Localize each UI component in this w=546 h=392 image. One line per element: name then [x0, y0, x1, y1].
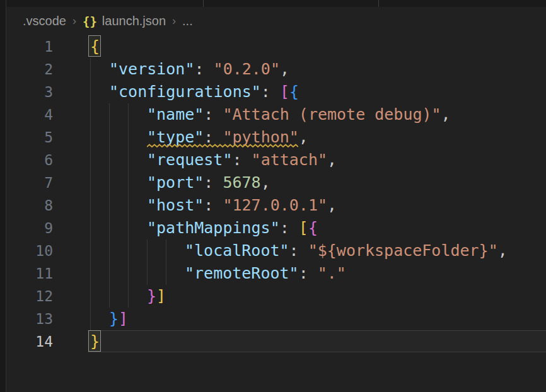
warning-squiggle — [147, 144, 298, 148]
line-number[interactable]: 9 — [6, 217, 53, 239]
code-token: "127.0.0.1" — [223, 196, 327, 214]
line-number[interactable]: 5 — [6, 126, 53, 149]
indent-guide — [109, 262, 110, 285]
code-token: [ — [299, 219, 308, 237]
code-token: "port" — [147, 173, 204, 192]
line-content[interactable]: "port": 5678, — [147, 171, 270, 194]
breadcrumb-item-symbol[interactable]: ... — [182, 14, 193, 28]
code-token: : — [299, 264, 318, 282]
code-line[interactable]: 10"localRoot": "${workspaceFolder}", — [6, 239, 546, 262]
chevron-right-icon: › — [73, 14, 76, 28]
code-line[interactable]: 2"version": "0.2.0", — [6, 58, 546, 81]
code-token: : — [194, 60, 213, 78]
code-token: , — [498, 241, 508, 260]
line-content[interactable]: "pathMappings": [{ — [147, 217, 318, 239]
code-line[interactable]: 8"host": "127.0.0.1", — [6, 194, 546, 217]
code-token: "remoteRoot" — [185, 264, 299, 282]
code-token: 5678 — [223, 173, 260, 192]
code-token: "0.2.0" — [214, 60, 280, 78]
code-line[interactable]: 5"type": "python", — [6, 126, 546, 149]
line-number[interactable]: 14 — [6, 330, 53, 353]
code-token: ] — [156, 287, 166, 305]
line-content[interactable]: } — [90, 330, 100, 353]
line-number[interactable]: 7 — [6, 171, 53, 194]
indent-guide — [109, 194, 110, 217]
tab-separator — [378, 0, 379, 7]
code-token: } — [90, 332, 100, 350]
code-token: ] — [119, 309, 128, 328]
code-token: , — [327, 196, 337, 214]
line-content[interactable]: { — [90, 35, 100, 58]
indent-guide — [128, 194, 129, 217]
code-token: } — [147, 287, 156, 305]
line-content[interactable]: "name": "Attach (remote debug)", — [147, 103, 451, 126]
line-number[interactable]: 13 — [6, 308, 53, 330]
chevron-right-icon: › — [172, 14, 176, 28]
json-file-icon: {} — [83, 14, 97, 28]
code-token: } — [109, 309, 119, 328]
indent-guide — [128, 171, 129, 194]
indent-guide — [128, 126, 129, 149]
code-token: : — [289, 241, 308, 260]
code-line[interactable]: 13}] — [6, 308, 546, 330]
line-content[interactable]: }] — [109, 308, 128, 330]
line-content[interactable]: }] — [147, 285, 166, 308]
line-number[interactable]: 12 — [6, 285, 53, 308]
code-token: : — [232, 151, 251, 169]
indent-guide — [128, 262, 129, 285]
code-line[interactable]: 3"configurations": [{ — [6, 81, 546, 103]
line-number[interactable]: 1 — [6, 35, 53, 58]
code-token: "attach" — [252, 151, 327, 169]
code-line[interactable]: 7"port": 5678, — [6, 171, 546, 194]
indent-guide — [90, 171, 91, 194]
code-line[interactable]: 1{ — [6, 35, 546, 58]
breadcrumb: .vscode › {} launch.json › ... — [6, 7, 546, 35]
code-token: { — [308, 219, 318, 237]
line-number[interactable]: 10 — [6, 239, 53, 262]
line-content[interactable]: "version": "0.2.0", — [109, 58, 289, 81]
indent-guide — [109, 239, 110, 262]
line-content[interactable]: "remoteRoot": "." — [185, 262, 346, 285]
line-content[interactable]: "configurations": [{ — [109, 81, 299, 103]
code-line[interactable]: 4"name": "Attach (remote debug)", — [6, 103, 546, 126]
code-token: "Attach (remote debug)" — [223, 105, 441, 124]
line-content[interactable]: "host": "127.0.0.1", — [147, 194, 337, 217]
code-token: "localRoot" — [185, 241, 289, 260]
window-left-border — [0, 0, 6, 392]
indent-guide — [90, 81, 91, 103]
breadcrumb-item-vscode[interactable]: .vscode — [23, 14, 66, 28]
code-line[interactable]: 9"pathMappings": [{ — [6, 217, 546, 239]
line-content[interactable]: "localRoot": "${workspaceFolder}", — [185, 239, 508, 262]
code-line[interactable]: 6"request": "attach", — [6, 149, 546, 171]
line-number[interactable]: 2 — [6, 58, 53, 81]
code-line[interactable]: 14} — [6, 330, 546, 353]
indent-guide — [90, 262, 91, 285]
indent-guide — [109, 103, 110, 126]
code-line[interactable]: 11"remoteRoot": "." — [6, 262, 546, 285]
line-number[interactable]: 4 — [6, 103, 53, 126]
code-line[interactable]: 12}] — [6, 285, 546, 308]
current-line-highlight — [88, 330, 546, 352]
code-token: "pathMappings" — [147, 219, 280, 237]
line-number[interactable]: 3 — [6, 81, 53, 103]
breadcrumb-item-file[interactable]: launch.json — [102, 14, 166, 28]
code-token: "request" — [147, 151, 232, 169]
code-token: [ — [280, 83, 289, 101]
code-token: : — [204, 173, 223, 192]
indent-guide — [166, 262, 166, 285]
indent-guide — [90, 58, 91, 81]
line-content[interactable]: "request": "attach", — [147, 149, 337, 171]
code-token: , — [280, 60, 289, 78]
indent-guide — [90, 217, 91, 239]
line-number[interactable]: 8 — [6, 194, 53, 217]
code-token: , — [327, 151, 337, 169]
line-number[interactable]: 11 — [6, 262, 53, 285]
tab-bar[interactable] — [6, 0, 546, 7]
indent-guide — [128, 103, 129, 126]
line-number[interactable]: 6 — [6, 149, 53, 171]
code-editor[interactable]: 1{2"version": "0.2.0",3"configurations":… — [6, 35, 546, 392]
indent-guide — [109, 126, 110, 149]
indent-guide — [109, 217, 110, 239]
code-token: , — [299, 128, 308, 146]
indent-guide — [90, 194, 91, 217]
